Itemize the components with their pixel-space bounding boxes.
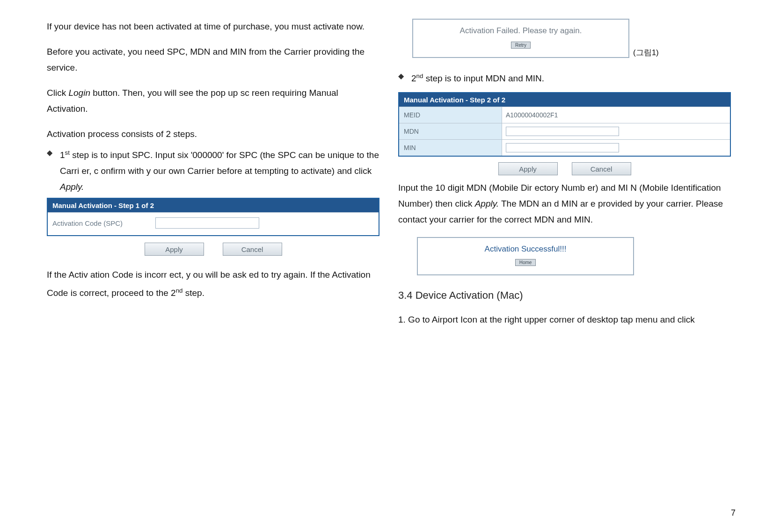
mdn-label: MDN	[399, 123, 502, 139]
home-button[interactable]: Home	[515, 259, 536, 266]
step2-sup: nd	[416, 72, 423, 79]
cancel-button[interactable]: Cancel	[223, 243, 282, 256]
para-incorrect: If the Activ ation Code is incorr ect, y…	[47, 267, 379, 301]
spc-input[interactable]	[155, 217, 259, 229]
retry-button[interactable]: Retry	[511, 42, 531, 49]
figure-caption-1: (그림1)	[633, 47, 659, 58]
step1-num: 1	[60, 150, 65, 160]
cancel-button-step2[interactable]: Cancel	[572, 162, 631, 175]
activation-failed-dialog: Activation Failed. Please try again. Ret…	[412, 19, 629, 58]
para-steps: Activation process consists of 2 steps.	[47, 126, 379, 142]
bullet-icon: ◆	[47, 145, 60, 157]
apply-button-step2[interactable]: Apply	[498, 162, 558, 175]
step1-apply-em: Apply.	[60, 182, 84, 192]
para-intro: If your device has not been activated at…	[47, 19, 379, 35]
spc-label: Activation Code (SPC)	[52, 219, 155, 227]
panel-step2-header: Manual Activation - Step 2 of 2	[399, 93, 730, 107]
panel-step1: Manual Activation - Step 1 of 2 Activati…	[47, 198, 379, 236]
panel-step1-header: Manual Activation - Step 1 of 2	[48, 199, 379, 212]
succ-msg: Activation Successful!!!	[423, 244, 628, 254]
p5-b: step.	[182, 288, 204, 298]
min-label: MIN	[399, 140, 502, 156]
txt-plain: Click	[47, 88, 68, 98]
bullet-step1: ◆ 1st step is to input SPC. Input six '0…	[47, 145, 379, 195]
min-input[interactable]	[506, 143, 619, 152]
para-login: Click Login button. Then, you will see t…	[47, 85, 379, 117]
p5-a: If the Activ ation Code is incorr ect, y…	[47, 270, 371, 298]
para-prereq: Before you activate, you need SPC, MDN a…	[47, 44, 379, 76]
heading-3-4: 3.4 Device Activation (Mac)	[398, 289, 731, 302]
step2-body: step is to input MDN and MIN.	[423, 73, 544, 83]
txt-login-em: Login	[68, 88, 90, 98]
step1-sup: st	[65, 149, 70, 156]
p5-sup: nd	[176, 287, 183, 294]
step1-body: step is to input SPC. Input six '000000'…	[60, 150, 379, 176]
page-number: 7	[731, 508, 736, 518]
bullet-icon: ◆	[398, 68, 411, 80]
para-mac-1: 1. Go to Airport Icon at the right upper…	[398, 312, 731, 328]
bullet-step2: ◆ 2nd step is to input MDN and MIN.	[398, 68, 731, 86]
meid-value: A10000040002F1	[502, 111, 730, 119]
apply-button[interactable]: Apply	[145, 243, 204, 256]
step2-num: 2	[411, 73, 416, 83]
p6-em: Apply.	[475, 199, 499, 208]
mdn-input[interactable]	[506, 127, 619, 136]
txt-plain2: button. Then, you will see the pop up sc…	[47, 88, 338, 114]
meid-label: MEID	[399, 107, 502, 123]
panel-step2: Manual Activation - Step 2 of 2 MEID A10…	[398, 92, 731, 157]
para-mdn-min: Input the 10 digit MDN (Mobile Dir ector…	[398, 180, 731, 228]
fail-msg: Activation Failed. Please try again.	[418, 26, 624, 36]
activation-success-dialog: Activation Successful!!! Home	[417, 237, 634, 275]
